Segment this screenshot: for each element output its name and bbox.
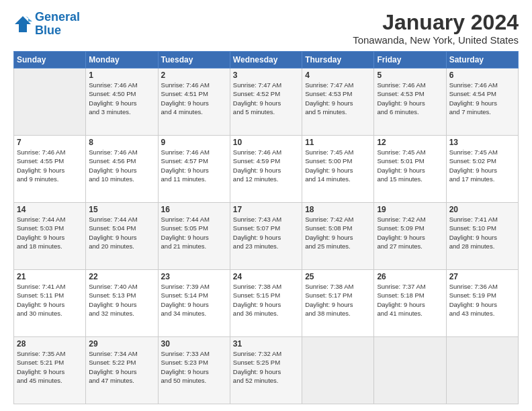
table-row: 23Sunrise: 7:39 AM Sunset: 5:14 PM Dayli… [158, 270, 230, 337]
day-info: Sunrise: 7:46 AM Sunset: 4:54 PM Dayligh… [449, 81, 515, 116]
table-row: 5Sunrise: 7:46 AM Sunset: 4:53 PM Daylig… [374, 68, 446, 136]
col-wednesday: Wednesday [230, 52, 302, 68]
logo-text: General Blue [35, 11, 80, 38]
day-info: Sunrise: 7:36 AM Sunset: 5:19 PM Dayligh… [449, 282, 515, 318]
day-info: Sunrise: 7:46 AM Sunset: 4:56 PM Dayligh… [89, 148, 154, 183]
day-number: 8 [89, 138, 154, 147]
table-row: 24Sunrise: 7:38 AM Sunset: 5:15 PM Dayli… [230, 270, 302, 337]
page: General Blue January 2024 Tonawanda, New… [0, 0, 532, 411]
table-row: 4Sunrise: 7:47 AM Sunset: 4:53 PM Daylig… [302, 68, 374, 136]
day-info: Sunrise: 7:42 AM Sunset: 5:09 PM Dayligh… [377, 215, 443, 250]
col-sunday: Sunday [14, 52, 86, 68]
calendar-week-row: 14Sunrise: 7:44 AM Sunset: 5:03 PM Dayli… [14, 203, 519, 270]
table-row: 20Sunrise: 7:41 AM Sunset: 5:10 PM Dayli… [446, 203, 518, 270]
table-row: 14Sunrise: 7:44 AM Sunset: 5:03 PM Dayli… [14, 203, 86, 270]
table-row: 10Sunrise: 7:46 AM Sunset: 4:59 PM Dayli… [230, 136, 302, 203]
table-row: 2Sunrise: 7:46 AM Sunset: 4:51 PM Daylig… [158, 68, 230, 136]
logo-icon [13, 15, 32, 34]
day-info: Sunrise: 7:40 AM Sunset: 5:13 PM Dayligh… [89, 282, 154, 318]
day-number: 16 [161, 205, 227, 214]
day-info: Sunrise: 7:46 AM Sunset: 4:53 PM Dayligh… [377, 81, 443, 116]
day-number: 21 [17, 272, 83, 281]
table-row [14, 68, 86, 136]
table-row: 6Sunrise: 7:46 AM Sunset: 4:54 PM Daylig… [446, 68, 518, 136]
day-info: Sunrise: 7:44 AM Sunset: 5:03 PM Dayligh… [17, 215, 83, 250]
table-row [302, 337, 374, 404]
day-number: 31 [233, 339, 299, 349]
day-number: 1 [89, 71, 154, 80]
day-number: 29 [89, 339, 154, 349]
day-info: Sunrise: 7:46 AM Sunset: 4:55 PM Dayligh… [17, 148, 83, 183]
calendar-week-row: 28Sunrise: 7:35 AM Sunset: 5:21 PM Dayli… [14, 337, 519, 404]
day-number: 12 [377, 138, 443, 147]
table-row: 19Sunrise: 7:42 AM Sunset: 5:09 PM Dayli… [374, 203, 446, 270]
day-info: Sunrise: 7:41 AM Sunset: 5:11 PM Dayligh… [17, 282, 83, 318]
day-number: 9 [161, 138, 227, 147]
day-info: Sunrise: 7:46 AM Sunset: 4:50 PM Dayligh… [89, 81, 154, 116]
table-row: 18Sunrise: 7:42 AM Sunset: 5:08 PM Dayli… [302, 203, 374, 270]
day-number: 23 [161, 272, 227, 281]
day-info: Sunrise: 7:47 AM Sunset: 4:52 PM Dayligh… [233, 81, 299, 116]
day-info: Sunrise: 7:32 AM Sunset: 5:25 PM Dayligh… [233, 349, 299, 385]
day-info: Sunrise: 7:39 AM Sunset: 5:14 PM Dayligh… [161, 282, 227, 318]
day-info: Sunrise: 7:46 AM Sunset: 4:59 PM Dayligh… [233, 148, 299, 183]
logo: General Blue [13, 11, 80, 38]
day-number: 19 [377, 205, 443, 214]
table-row: 13Sunrise: 7:45 AM Sunset: 5:02 PM Dayli… [446, 136, 518, 203]
table-row: 31Sunrise: 7:32 AM Sunset: 5:25 PM Dayli… [230, 337, 302, 404]
day-info: Sunrise: 7:45 AM Sunset: 5:01 PM Dayligh… [377, 148, 443, 183]
day-number: 10 [233, 138, 299, 147]
day-info: Sunrise: 7:38 AM Sunset: 5:17 PM Dayligh… [305, 282, 371, 318]
table-row: 17Sunrise: 7:43 AM Sunset: 5:07 PM Dayli… [230, 203, 302, 270]
day-number: 6 [449, 71, 515, 80]
table-row: 3Sunrise: 7:47 AM Sunset: 4:52 PM Daylig… [230, 68, 302, 136]
day-number: 30 [161, 339, 227, 349]
table-row: 21Sunrise: 7:41 AM Sunset: 5:11 PM Dayli… [14, 270, 86, 337]
day-info: Sunrise: 7:47 AM Sunset: 4:53 PM Dayligh… [305, 81, 371, 116]
day-number: 15 [89, 205, 154, 214]
subtitle: Tonawanda, New York, United States [353, 34, 519, 46]
title-block: January 2024 Tonawanda, New York, United… [353, 11, 519, 46]
col-tuesday: Tuesday [158, 52, 230, 68]
calendar-table: Sunday Monday Tuesday Wednesday Thursday… [13, 51, 519, 404]
table-row: 28Sunrise: 7:35 AM Sunset: 5:21 PM Dayli… [14, 337, 86, 404]
day-info: Sunrise: 7:33 AM Sunset: 5:23 PM Dayligh… [161, 349, 227, 385]
day-info: Sunrise: 7:41 AM Sunset: 5:10 PM Dayligh… [449, 215, 515, 250]
col-saturday: Saturday [446, 52, 518, 68]
day-info: Sunrise: 7:46 AM Sunset: 4:57 PM Dayligh… [161, 148, 227, 183]
day-number: 28 [17, 339, 83, 349]
table-row: 12Sunrise: 7:45 AM Sunset: 5:01 PM Dayli… [374, 136, 446, 203]
day-info: Sunrise: 7:37 AM Sunset: 5:18 PM Dayligh… [377, 282, 443, 318]
day-number: 18 [305, 205, 371, 214]
calendar-week-row: 21Sunrise: 7:41 AM Sunset: 5:11 PM Dayli… [14, 270, 519, 337]
day-number: 20 [449, 205, 515, 214]
day-info: Sunrise: 7:43 AM Sunset: 5:07 PM Dayligh… [233, 215, 299, 250]
day-info: Sunrise: 7:45 AM Sunset: 5:00 PM Dayligh… [305, 148, 371, 183]
day-number: 5 [377, 71, 443, 80]
day-number: 22 [89, 272, 154, 281]
day-number: 13 [449, 138, 515, 147]
col-monday: Monday [86, 52, 158, 68]
day-info: Sunrise: 7:45 AM Sunset: 5:02 PM Dayligh… [449, 148, 515, 183]
main-title: January 2024 [353, 11, 519, 34]
calendar-week-row: 1Sunrise: 7:46 AM Sunset: 4:50 PM Daylig… [14, 68, 519, 136]
col-thursday: Thursday [302, 52, 374, 68]
day-number: 7 [17, 138, 83, 147]
day-info: Sunrise: 7:34 AM Sunset: 5:22 PM Dayligh… [89, 349, 154, 385]
day-number: 24 [233, 272, 299, 281]
day-info: Sunrise: 7:44 AM Sunset: 5:04 PM Dayligh… [89, 215, 154, 250]
table-row: 27Sunrise: 7:36 AM Sunset: 5:19 PM Dayli… [446, 270, 518, 337]
day-number: 27 [449, 272, 515, 281]
day-info: Sunrise: 7:35 AM Sunset: 5:21 PM Dayligh… [17, 349, 83, 385]
day-number: 17 [233, 205, 299, 214]
table-row [446, 337, 518, 404]
table-row: 16Sunrise: 7:44 AM Sunset: 5:05 PM Dayli… [158, 203, 230, 270]
day-info: Sunrise: 7:42 AM Sunset: 5:08 PM Dayligh… [305, 215, 371, 250]
table-row: 7Sunrise: 7:46 AM Sunset: 4:55 PM Daylig… [14, 136, 86, 203]
table-row: 11Sunrise: 7:45 AM Sunset: 5:00 PM Dayli… [302, 136, 374, 203]
day-info: Sunrise: 7:44 AM Sunset: 5:05 PM Dayligh… [161, 215, 227, 250]
day-number: 2 [161, 71, 227, 80]
day-info: Sunrise: 7:46 AM Sunset: 4:51 PM Dayligh… [161, 81, 227, 116]
day-number: 3 [233, 71, 299, 80]
table-row: 30Sunrise: 7:33 AM Sunset: 5:23 PM Dayli… [158, 337, 230, 404]
